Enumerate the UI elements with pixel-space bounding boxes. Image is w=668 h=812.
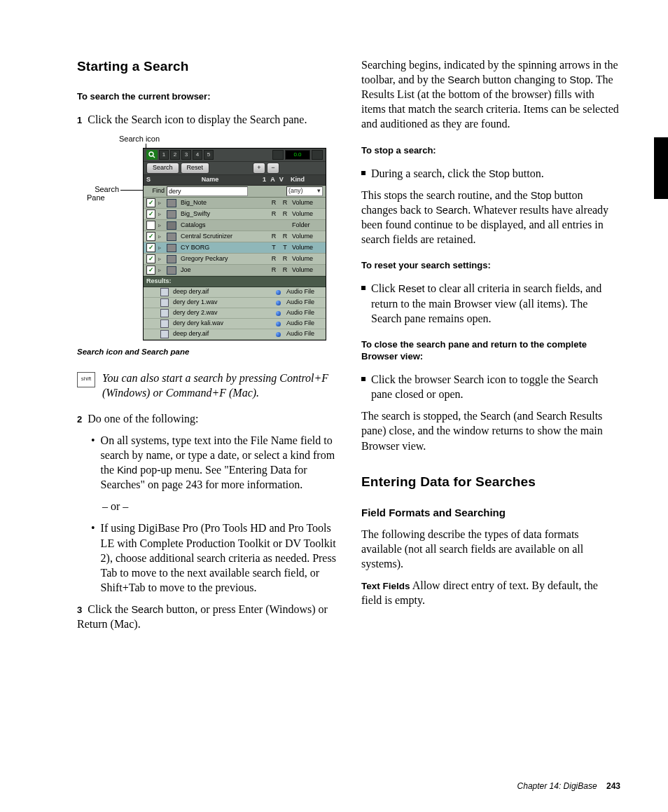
- volume-icon: [167, 244, 176, 252]
- step-text: Do one of the following:: [85, 413, 198, 425]
- disclosure-icon[interactable]: ▹: [158, 267, 164, 275]
- col-header-1av[interactable]: 1 A V: [263, 176, 291, 184]
- svg-line-1: [153, 156, 155, 158]
- step-number: 2: [77, 414, 82, 425]
- volume-icon: [167, 233, 176, 241]
- two-column-layout: Starting a Search To search the current …: [77, 57, 620, 638]
- preset-button[interactable]: 4: [193, 150, 202, 160]
- row-kind: Volume: [292, 266, 323, 275]
- disclosure-icon[interactable]: ▹: [158, 211, 164, 219]
- row-kind: Volume: [292, 255, 323, 263]
- browser-toolbar: 1 2 3 4 5 0.0: [144, 149, 326, 162]
- checkbox-icon[interactable]: ✓: [146, 254, 155, 263]
- result-row[interactable]: deep dery.aifAudio File: [144, 329, 326, 340]
- result-row[interactable]: dery dery 1.wavAudio File: [144, 298, 326, 308]
- browser-menu-icon[interactable]: [312, 150, 323, 160]
- page: Starting a Search To search the current …: [0, 0, 668, 812]
- row-flag: T: [270, 244, 278, 252]
- checkbox-icon[interactable]: [146, 221, 155, 230]
- table-row[interactable]: ✓▹Big_NoteRRVolume: [144, 198, 326, 209]
- table-row[interactable]: ✓▹CY BORGTTVolume: [144, 242, 326, 254]
- row-kind: Volume: [292, 210, 323, 219]
- result-row[interactable]: dery dery kali.wavAudio File: [144, 319, 326, 329]
- checkbox-icon[interactable]: ✓: [146, 198, 155, 207]
- bullet-text: Click the browser Search icon to toggle …: [371, 372, 620, 401]
- checkbox-icon[interactable]: ✓: [146, 232, 155, 241]
- catalog-icon: [167, 221, 176, 230]
- table-row[interactable]: ✓▹Big_SwiftyRRVolume: [144, 209, 326, 220]
- disclosure-icon[interactable]: ▹: [158, 200, 164, 207]
- disclosure-icon[interactable]: ▹: [158, 233, 164, 241]
- disclosure-icon[interactable]: ▹: [158, 256, 164, 263]
- bullet-dot: •: [91, 433, 95, 492]
- callout-search-pane-2: Pane: [87, 193, 119, 203]
- reset-button[interactable]: Reset: [181, 163, 210, 174]
- checkbox-icon[interactable]: ✓: [146, 266, 155, 275]
- col-header-kind[interactable]: Kind: [291, 176, 323, 184]
- preset-button[interactable]: 3: [181, 150, 191, 160]
- disclosure-icon[interactable]: ▹: [158, 222, 164, 230]
- add-row-button[interactable]: +: [253, 163, 265, 174]
- result-row[interactable]: deep dery.aifAudio File: [144, 287, 326, 298]
- audio-file-icon: [160, 330, 169, 338]
- list-text: On all systems, type text into the File …: [101, 433, 336, 492]
- result-row[interactable]: dery dery 2.wavAudio File: [144, 308, 326, 319]
- result-kind: Audio File: [286, 330, 323, 338]
- keyboard-icon: shift: [77, 372, 95, 387]
- row-name: Big_Swifty: [179, 210, 267, 219]
- preset-button[interactable]: 2: [170, 150, 180, 160]
- row-kind: Volume: [292, 233, 323, 241]
- runin-label: Text Fields: [361, 581, 410, 591]
- or-separator: – or –: [102, 499, 336, 514]
- online-status-icon: [276, 301, 281, 305]
- remove-row-button[interactable]: −: [267, 163, 279, 174]
- col-header-s[interactable]: S: [146, 176, 158, 184]
- col-header-name[interactable]: Name: [158, 176, 263, 184]
- search-button[interactable]: Search: [146, 163, 179, 174]
- audio-file-icon: [160, 319, 169, 328]
- bullet-dot: •: [91, 521, 95, 595]
- preset-button[interactable]: 1: [159, 150, 169, 160]
- kind-value: (any): [288, 187, 303, 195]
- table-row[interactable]: ✓▹Central ScrutinizerRRVolume: [144, 231, 326, 242]
- row-kind: Volume: [292, 244, 323, 252]
- left-column: Starting a Search To search the current …: [77, 57, 336, 638]
- lead-to-search: To search the current browser:: [77, 90, 336, 102]
- search-icon[interactable]: [146, 150, 158, 160]
- lead-stop-search: To stop a search:: [361, 144, 620, 156]
- list-text: If using DigiBase Pro (Pro Tools HD and …: [101, 521, 336, 595]
- results-header: Results:: [144, 276, 326, 287]
- kind-popup[interactable]: (any)▾: [286, 186, 323, 196]
- results-rows: deep dery.aifAudio Filedery dery 1.wavAu…: [144, 287, 326, 340]
- checkbox-icon[interactable]: ✓: [146, 209, 155, 219]
- find-input[interactable]: [167, 186, 248, 196]
- square-bullet-icon: [361, 286, 366, 290]
- row-flag: R: [281, 199, 289, 207]
- row-flag: R: [270, 199, 278, 207]
- heading-starting-search: Starting a Search: [77, 57, 336, 75]
- row-flag: R: [281, 266, 289, 275]
- row-flag: R: [270, 266, 278, 275]
- audio-file-icon: [160, 309, 169, 317]
- speaker-icon[interactable]: [272, 150, 284, 160]
- paragraph: Searching begins, indicated by the spinn…: [361, 57, 620, 132]
- result-kind: Audio File: [286, 309, 323, 317]
- table-row[interactable]: ✓▹JoeRRVolume: [144, 265, 326, 276]
- volume-icon: [167, 210, 176, 219]
- bullet-text: During a search, click the Stop button.: [371, 166, 620, 181]
- square-bullet-icon: [361, 171, 366, 175]
- svg-point-0: [149, 152, 153, 156]
- preset-button[interactable]: 5: [204, 150, 214, 160]
- browser-window: 1 2 3 4 5 0.0 Search Reset: [143, 148, 326, 340]
- table-row[interactable]: ✓▹Gregory PeckaryRRVolume: [144, 254, 326, 265]
- row-flag: R: [270, 233, 278, 241]
- disclosure-icon[interactable]: ▹: [158, 245, 164, 252]
- volume-icon: [167, 199, 176, 207]
- step-number: 1: [77, 115, 82, 125]
- volume-icon: [167, 255, 176, 263]
- bullet-text: Click Reset to clear all criteria in sea…: [371, 281, 620, 325]
- step-2: 2 Do one of the following:: [77, 411, 336, 426]
- table-row[interactable]: ▹CatalogsFolder: [144, 220, 326, 231]
- checkbox-icon[interactable]: ✓: [146, 243, 155, 252]
- column-header-row: S Name 1 A V Kind: [144, 175, 326, 186]
